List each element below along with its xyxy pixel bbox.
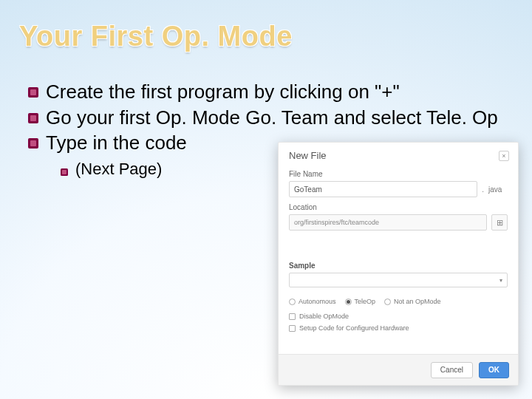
bullet-icon <box>28 87 38 98</box>
radio-autonomous[interactable]: Autonomous <box>289 298 336 305</box>
checkbox-icon <box>289 313 296 320</box>
checkbox-label: Setup Code for Configured Hardware <box>299 324 409 332</box>
checkbox-label: Disable OpMode <box>299 313 349 320</box>
location-row: org/firstinspires/ftc/teamcode ⊞ <box>289 214 508 231</box>
radio-icon <box>289 299 296 305</box>
new-file-dialog: New File × File Name . java Location org… <box>278 142 519 386</box>
file-name-input[interactable] <box>289 181 477 197</box>
sample-section: Sample ▾ <box>289 262 508 287</box>
checkbox-icon <box>289 325 296 332</box>
radio-icon <box>345 299 352 305</box>
svg-rect-3 <box>30 115 36 121</box>
browse-icon: ⊞ <box>497 218 503 228</box>
radio-not-opmode[interactable]: Not an OpMode <box>384 298 441 305</box>
bullet-text: Create the first program by clicking on … <box>46 80 400 104</box>
radio-label: Autonomous <box>299 298 336 305</box>
close-icon[interactable]: × <box>499 151 509 161</box>
ok-button[interactable]: OK <box>479 362 509 378</box>
bullet-icon <box>28 138 38 149</box>
location-label: Location <box>289 203 508 211</box>
file-ext-dot: . <box>482 185 484 194</box>
dialog-header: New File × <box>279 143 518 164</box>
cancel-button[interactable]: Cancel <box>431 362 473 378</box>
radio-teleop[interactable]: TeleOp <box>345 298 376 305</box>
list-item: Go your first Op. Mode Go. Team and sele… <box>28 106 501 130</box>
dialog-footer: Cancel OK <box>279 354 518 385</box>
bullet-icon <box>28 113 38 123</box>
svg-rect-7 <box>62 170 66 174</box>
radio-label: Not an OpMode <box>394 298 441 305</box>
svg-rect-5 <box>30 140 36 146</box>
sample-select[interactable]: ▾ <box>289 273 508 287</box>
browse-button[interactable]: ⊞ <box>491 214 508 231</box>
sub-bullet-text: (Next Page) <box>75 160 162 179</box>
bullet-text: Type in the code <box>46 131 187 155</box>
sample-label: Sample <box>289 262 508 270</box>
checkbox-setup-code[interactable]: Setup Code for Configured Hardware <box>289 324 508 332</box>
location-path: org/firstinspires/ftc/teamcode <box>289 214 487 231</box>
file-name-row: . java <box>289 181 508 197</box>
chevron-down-icon: ▾ <box>499 277 502 284</box>
radio-icon <box>384 299 391 305</box>
opmode-radio-group: Autonomous TeleOp Not an OpMode <box>289 298 508 305</box>
file-name-label: File Name <box>289 170 508 178</box>
radio-label: TeleOp <box>355 298 376 305</box>
bullet-text: Go your first Op. Mode Go. Team and sele… <box>46 106 498 130</box>
sub-bullet-icon <box>61 166 68 173</box>
list-item: Create the first program by clicking on … <box>28 80 501 104</box>
file-ext-label: java <box>488 185 508 194</box>
slide-title: Your First Op. Mode <box>19 21 293 52</box>
svg-rect-1 <box>30 89 36 95</box>
dialog-title: New File <box>289 150 327 161</box>
checkbox-disable-opmode[interactable]: Disable OpMode <box>289 313 508 320</box>
checkbox-group: Disable OpMode Setup Code for Configured… <box>289 313 508 332</box>
